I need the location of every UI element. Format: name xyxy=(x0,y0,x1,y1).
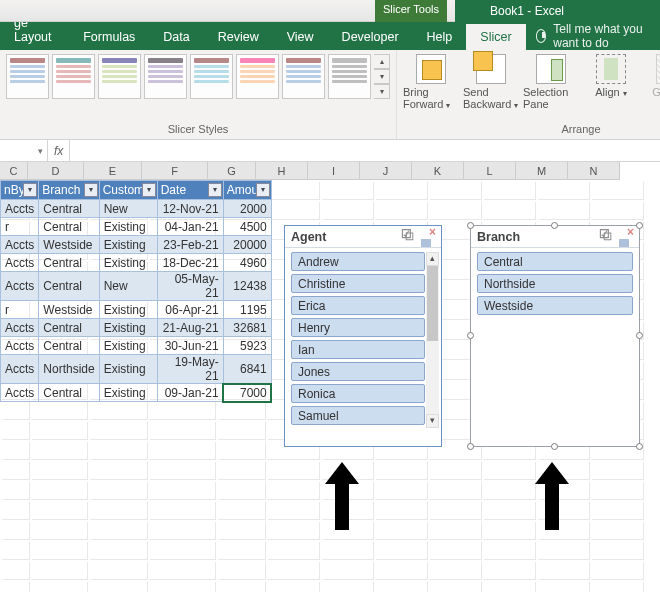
table-row[interactable]: AcctsCentralExisting30-Jun-215923 xyxy=(1,337,272,355)
table-cell[interactable]: 32681 xyxy=(223,319,271,337)
slicer-style-thumb[interactable] xyxy=(52,54,95,99)
slicer-style-thumb[interactable] xyxy=(190,54,233,99)
slicer-style-thumb[interactable] xyxy=(98,54,141,99)
table-cell[interactable]: Existing xyxy=(99,254,157,272)
table-header[interactable]: Date▾ xyxy=(157,181,223,200)
slicer-item[interactable]: Northside xyxy=(477,274,633,293)
slicer-item[interactable]: Henry xyxy=(291,318,425,337)
filter-dropdown-icon[interactable]: ▾ xyxy=(208,183,222,197)
table-cell[interactable]: 30-Jun-21 xyxy=(157,337,223,355)
tab-developer[interactable]: Developer xyxy=(328,24,413,50)
slicer-style-thumb[interactable] xyxy=(144,54,187,99)
tab-slicer[interactable]: Slicer xyxy=(466,24,525,50)
column-header[interactable]: H xyxy=(256,162,308,180)
table-cell[interactable]: 1195 xyxy=(223,301,271,319)
table-cell[interactable]: r xyxy=(1,301,39,319)
slicer-style-gallery[interactable]: ▴▾▾ xyxy=(6,54,390,99)
column-header[interactable]: D xyxy=(28,162,84,180)
table-cell[interactable]: Central xyxy=(39,384,99,402)
multi-select-icon[interactable] xyxy=(400,229,416,245)
table-header[interactable]: Amoun▾ xyxy=(223,181,271,200)
table-row[interactable]: AcctsWestsideExisting23-Feb-2120000 xyxy=(1,236,272,254)
slicer-agent[interactable]: Agent AndrewChristineEricaHenryIanJonesR… xyxy=(284,225,442,447)
clear-filter-icon[interactable] xyxy=(617,229,633,245)
tab-data[interactable]: Data xyxy=(149,24,203,50)
table-cell[interactable]: Existing xyxy=(99,301,157,319)
table-cell[interactable]: Existing xyxy=(99,384,157,402)
slicer-item[interactable]: Christine xyxy=(291,274,425,293)
filter-dropdown-icon[interactable]: ▾ xyxy=(256,183,270,197)
table-cell[interactable]: 18-Dec-21 xyxy=(157,254,223,272)
table-cell[interactable]: 4500 xyxy=(223,218,271,236)
clear-filter-icon[interactable] xyxy=(419,229,435,245)
column-header[interactable]: I xyxy=(308,162,360,180)
scroll-down-button[interactable]: ▾ xyxy=(426,414,439,428)
table-cell[interactable]: 6841 xyxy=(223,355,271,384)
slicer-header[interactable]: Branch xyxy=(471,226,639,248)
resize-handle[interactable] xyxy=(467,443,474,450)
table-header[interactable]: Branch▾ xyxy=(39,181,99,200)
table-row[interactable]: AcctsCentralNew05-May-2112438 xyxy=(1,272,272,301)
bring-forward-button[interactable]: Bring Forward ▾ xyxy=(403,54,459,110)
table-row[interactable]: AcctsCentralExisting09-Jan-217000 xyxy=(1,384,272,402)
table-cell[interactable]: Accts xyxy=(1,200,39,218)
tab-view[interactable]: View xyxy=(273,24,328,50)
table-cell[interactable]: Existing xyxy=(99,236,157,254)
table-cell[interactable]: Existing xyxy=(99,355,157,384)
name-box[interactable]: ▾ xyxy=(0,140,48,161)
table-cell[interactable]: Accts xyxy=(1,384,39,402)
table-row[interactable]: AcctsCentralExisting21-Aug-2132681 xyxy=(1,319,272,337)
column-header[interactable]: G xyxy=(208,162,256,180)
table-cell[interactable]: 4960 xyxy=(223,254,271,272)
table-cell[interactable]: r xyxy=(1,218,39,236)
table-cell[interactable]: Central xyxy=(39,254,99,272)
gallery-more-button[interactable]: ▾ xyxy=(374,84,390,99)
table-cell[interactable]: 5923 xyxy=(223,337,271,355)
table-cell[interactable]: 05-May-21 xyxy=(157,272,223,301)
fx-icon[interactable]: fx xyxy=(48,140,70,161)
slicer-item[interactable]: Ian xyxy=(291,340,425,359)
slicer-item[interactable]: Samuel xyxy=(291,406,425,425)
filter-dropdown-icon[interactable]: ▾ xyxy=(142,183,156,197)
slicer-item[interactable]: Erica xyxy=(291,296,425,315)
column-header[interactable]: N xyxy=(568,162,620,180)
column-header[interactable]: F xyxy=(142,162,208,180)
slicer-header[interactable]: Agent xyxy=(285,226,441,248)
column-header[interactable]: L xyxy=(464,162,516,180)
resize-handle[interactable] xyxy=(467,332,474,339)
gallery-row-up[interactable]: ▴ xyxy=(374,54,390,69)
slicer-item[interactable]: Westside xyxy=(477,296,633,315)
resize-handle[interactable] xyxy=(636,332,643,339)
resize-handle[interactable] xyxy=(636,443,643,450)
resize-handle[interactable] xyxy=(467,222,474,229)
table-cell[interactable]: Central xyxy=(39,218,99,236)
table-cell[interactable]: Westside xyxy=(39,236,99,254)
table-header[interactable]: nBy▾ xyxy=(1,181,39,200)
slicer-branch[interactable]: Branch CentralNorthsideWestside xyxy=(470,225,640,447)
multi-select-icon[interactable] xyxy=(598,229,614,245)
table-cell[interactable]: 7000 xyxy=(223,384,271,402)
slicer-item[interactable]: Central xyxy=(477,252,633,271)
table-cell[interactable]: 19-May-21 xyxy=(157,355,223,384)
tell-me-search[interactable]: Tell me what you want to do xyxy=(526,22,660,50)
table-cell[interactable]: 09-Jan-21 xyxy=(157,384,223,402)
table-cell[interactable]: Existing xyxy=(99,319,157,337)
slicer-item[interactable]: Ronica xyxy=(291,384,425,403)
table-cell[interactable]: 06-Apr-21 xyxy=(157,301,223,319)
table-cell[interactable]: Existing xyxy=(99,218,157,236)
filter-dropdown-icon[interactable]: ▾ xyxy=(23,183,37,197)
tab-review[interactable]: Review xyxy=(204,24,273,50)
table-cell[interactable]: Accts xyxy=(1,337,39,355)
table-cell[interactable]: 12-Nov-21 xyxy=(157,200,223,218)
table-cell[interactable]: Northside xyxy=(39,355,99,384)
data-table[interactable]: nBy▾Branch▾Custom▾Date▾Amoun▾AcctsCentra… xyxy=(0,180,272,402)
scroll-thumb[interactable] xyxy=(427,266,438,341)
table-row[interactable]: rCentralExisting04-Jan-214500 xyxy=(1,218,272,236)
worksheet-grid[interactable]: CDEFGHIJKLMN nBy▾Branch▾Custom▾Date▾Amou… xyxy=(0,162,660,592)
table-header[interactable]: Custom▾ xyxy=(99,181,157,200)
resize-handle[interactable] xyxy=(551,443,558,450)
table-cell[interactable]: 23-Feb-21 xyxy=(157,236,223,254)
tab-help[interactable]: Help xyxy=(413,24,467,50)
slicer-style-thumb[interactable] xyxy=(6,54,49,99)
table-cell[interactable]: Central xyxy=(39,200,99,218)
